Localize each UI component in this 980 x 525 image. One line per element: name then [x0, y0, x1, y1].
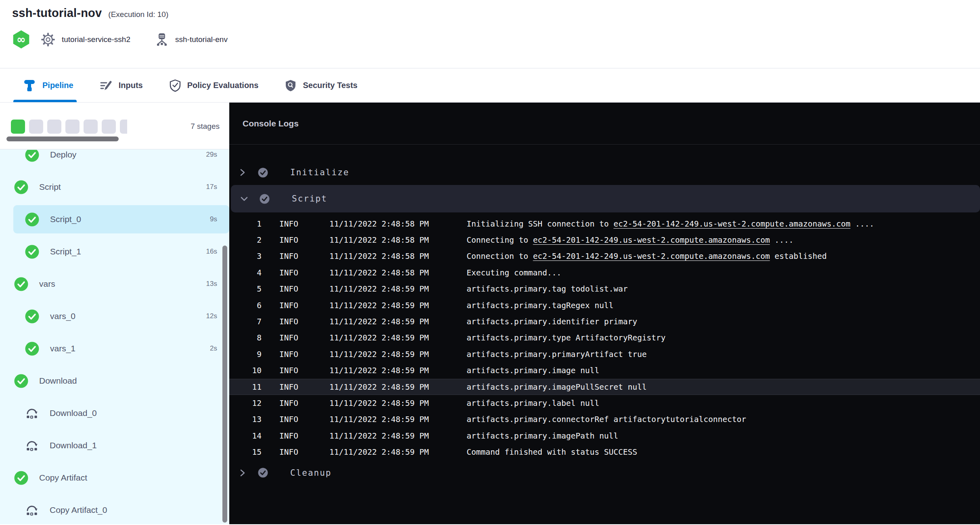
log-section-script[interactable]: Script — [231, 185, 980, 212]
main-area: 7 stages Deploy29sScript17sScript_09sScr… — [0, 103, 980, 524]
stage-square-pending[interactable] — [29, 120, 43, 134]
log-line-11[interactable]: 11INFO11/11/2022 2:48:59 PMartifacts.pri… — [229, 379, 980, 395]
environment-name[interactable]: ssh-tutorial-env — [175, 35, 228, 44]
horizontal-scrollbar[interactable] — [6, 136, 119, 141]
log-message: Command finished with status SUCCESS — [467, 447, 637, 457]
success-check-icon — [25, 342, 39, 356]
log-message: artifacts.primary.identifier primary — [467, 317, 637, 326]
log-level: INFO — [279, 333, 304, 342]
stage-row-download_0[interactable]: Download_0 — [0, 397, 229, 429]
stage-label: Script_0 — [50, 214, 81, 224]
log-level: INFO — [279, 219, 304, 229]
log-text: artifacts.primary.type ArtifactoryRegist… — [467, 333, 666, 342]
log-timestamp: 11/11/2022 2:48:59 PM — [329, 431, 449, 441]
log-line-8[interactable]: 8INFO11/11/2022 2:48:59 PMartifacts.prim… — [229, 330, 980, 346]
log-timestamp: 11/11/2022 2:48:58 PM — [329, 252, 449, 261]
log-line-5[interactable]: 5INFO11/11/2022 2:48:59 PMartifacts.prim… — [229, 281, 980, 297]
vertical-scrollbar[interactable] — [222, 246, 227, 523]
tab-inputs[interactable]: Inputs — [99, 69, 143, 102]
stage-label: vars — [39, 279, 55, 289]
log-section-cleanup[interactable]: Cleanup — [229, 460, 980, 485]
log-timestamp: 11/11/2022 2:48:58 PM — [329, 219, 449, 229]
log-message: Executing command... — [467, 268, 561, 277]
log-timestamp: 11/11/2022 2:48:58 PM — [329, 268, 449, 277]
stage-row-script_0[interactable]: Script_09s — [0, 203, 229, 235]
log-line-6[interactable]: 6INFO11/11/2022 2:48:59 PMartifacts.prim… — [229, 297, 980, 313]
tab-bar: PipelineInputsPolicy EvaluationsSecurity… — [0, 69, 980, 103]
pipeline-icon — [22, 79, 37, 92]
success-check-icon — [14, 180, 28, 194]
log-line-10[interactable]: 10INFO11/11/2022 2:48:59 PMartifacts.pri… — [229, 363, 980, 379]
page-title: ssh-tutorial-nov — [12, 6, 102, 20]
stage-label: vars_1 — [50, 344, 75, 353]
log-line-7[interactable]: 7INFO11/11/2022 2:48:59 PMartifacts.prim… — [229, 313, 980, 330]
log-timestamp: 11/11/2022 2:48:59 PM — [329, 447, 449, 457]
log-level: INFO — [279, 366, 304, 375]
log-line-1[interactable]: 1INFO11/11/2022 2:48:58 PMInitializing S… — [229, 216, 980, 232]
console-title: Console Logs — [243, 119, 299, 128]
log-line-number: 8 — [229, 333, 262, 342]
log-line-13[interactable]: 13INFO11/11/2022 2:48:59 PMartifacts.pri… — [229, 412, 980, 428]
log-message: artifacts.primary.connectorRef artifacto… — [467, 415, 746, 424]
tab-pipeline[interactable]: Pipeline — [22, 69, 73, 102]
log-message: artifacts.primary.label null — [467, 399, 599, 408]
inputs-icon — [99, 79, 113, 92]
log-host-link[interactable]: ec2-54-201-142-249.us-west-2.compute.ama… — [614, 219, 850, 229]
stage-row-copy-artifact_0[interactable]: Copy Artifact_0 — [0, 494, 229, 524]
stage-square-done[interactable] — [11, 120, 25, 134]
chevron-right-icon[interactable] — [237, 168, 248, 177]
log-line-14[interactable]: 14INFO11/11/2022 2:48:59 PMartifacts.pri… — [229, 428, 980, 444]
stage-row-script_1[interactable]: Script_116s — [0, 235, 229, 268]
log-level: INFO — [279, 382, 304, 392]
log-line-number: 10 — [229, 366, 262, 375]
success-check-icon — [25, 150, 39, 162]
stage-row-script[interactable]: Script17s — [0, 171, 229, 203]
stage-row-vars_1[interactable]: vars_12s — [0, 332, 229, 365]
stage-square-pending[interactable] — [102, 120, 116, 134]
stage-square-pending[interactable] — [65, 120, 80, 134]
log-line-9[interactable]: 9INFO11/11/2022 2:48:59 PMartifacts.prim… — [229, 346, 980, 362]
log-host-link[interactable]: ec2-54-201-142-249.us-west-2.compute.ama… — [533, 252, 770, 261]
log-line-2[interactable]: 2INFO11/11/2022 2:48:58 PMConnecting to … — [229, 232, 980, 248]
log-text: artifacts.primary.primaryArtifact true — [467, 350, 647, 359]
meta-row: ∞ tutorial-service-ssh2 — [12, 30, 980, 48]
stage-square-pending[interactable] — [120, 120, 127, 134]
stage-row-vars[interactable]: vars13s — [0, 268, 229, 300]
stage-square-pending[interactable] — [84, 120, 98, 134]
log-line-3[interactable]: 3INFO11/11/2022 2:48:58 PMConnection to … — [229, 248, 980, 265]
log-message: Connection to ec2-54-201-142-249.us-west… — [467, 252, 827, 261]
stage-duration: 16s — [206, 248, 217, 256]
log-level: INFO — [279, 235, 304, 245]
stage-duration: 17s — [206, 183, 217, 191]
loop-strategy-icon — [25, 407, 39, 420]
log-timestamp: 11/11/2022 2:48:59 PM — [329, 284, 449, 294]
stage-label: Download_1 — [50, 441, 97, 450]
log-timestamp: 11/11/2022 2:48:59 PM — [329, 382, 449, 392]
stage-row-download[interactable]: Download — [0, 365, 229, 397]
stage-duration: 9s — [210, 215, 217, 223]
log-section-initialize[interactable]: Initialize — [229, 160, 980, 185]
log-timestamp: 11/11/2022 2:48:59 PM — [329, 399, 449, 408]
log-host-link[interactable]: ec2-54-201-142-249.us-west-2.compute.ama… — [533, 235, 770, 245]
stage-row-download_1[interactable]: Download_1 — [0, 429, 229, 462]
success-check-icon — [14, 471, 28, 485]
stage-row-copy-artifact[interactable]: Copy Artifact — [0, 462, 229, 494]
log-timestamp: 11/11/2022 2:48:59 PM — [329, 350, 449, 359]
log-line-4[interactable]: 4INFO11/11/2022 2:48:58 PMExecuting comm… — [229, 265, 980, 281]
log-line-12[interactable]: 12INFO11/11/2022 2:48:59 PMartifacts.pri… — [229, 395, 980, 411]
log-line-number: 11 — [229, 382, 262, 392]
stage-square-pending[interactable] — [47, 120, 61, 134]
chevron-down-icon[interactable] — [239, 195, 249, 203]
tab-policy-evaluations[interactable]: Policy Evaluations — [169, 69, 259, 102]
stage-row-vars_0[interactable]: vars_012s — [0, 300, 229, 332]
stage-row-deploy[interactable]: Deploy29s — [0, 150, 229, 171]
log-line-15[interactable]: 15INFO11/11/2022 2:48:59 PMCommand finis… — [229, 444, 980, 460]
tab-label: Pipeline — [42, 81, 73, 90]
security-icon — [284, 79, 297, 92]
tab-security-tests[interactable]: Security Tests — [284, 69, 357, 102]
service-name[interactable]: tutorial-service-ssh2 — [62, 35, 130, 44]
log-line-number: 15 — [229, 447, 262, 457]
chevron-right-icon[interactable] — [237, 468, 248, 477]
log-level: INFO — [279, 431, 304, 441]
log-text: artifacts.primary.tag todolist.war — [467, 284, 628, 294]
